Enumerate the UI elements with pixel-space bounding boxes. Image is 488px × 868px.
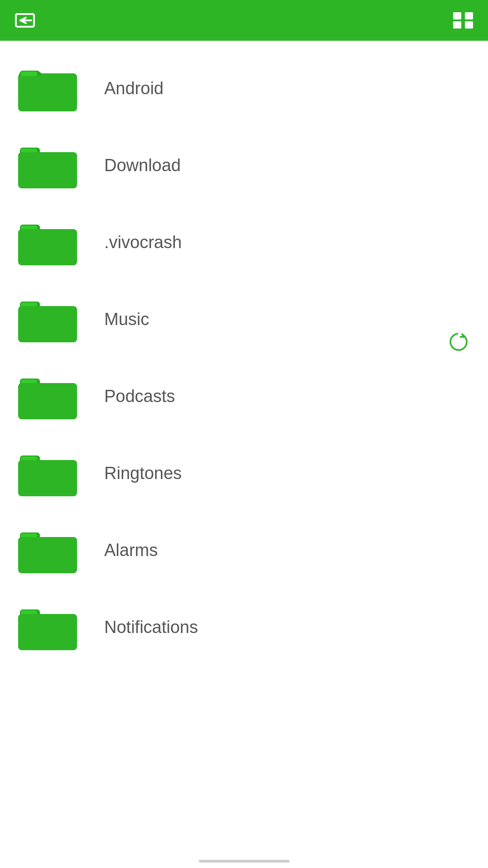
svg-rect-2: [453, 12, 461, 19]
folder-name-podcasts: Podcasts: [104, 387, 175, 406]
svg-rect-4: [453, 21, 461, 29]
folder-icon-download: [18, 140, 77, 190]
folder-icon-ringtones: [18, 448, 77, 498]
svg-rect-18: [18, 229, 77, 265]
svg-rect-12: [21, 72, 37, 76]
svg-rect-35: [18, 614, 77, 650]
folder-name-music: Music: [104, 310, 149, 329]
bottom-bar: [0, 854, 488, 868]
folder-icon-alarms: [18, 525, 77, 575]
svg-rect-3: [465, 12, 473, 19]
svg-rect-32: [18, 537, 77, 573]
folder-name-android: Android: [104, 79, 164, 98]
bottom-nav-indicator: [199, 860, 290, 863]
folder-name-vivocrash: .vivocrash: [104, 233, 182, 252]
folder-icon-android: [18, 63, 77, 113]
folder-item-ringtones[interactable]: Ringtones: [0, 435, 488, 512]
folder-item-alarms[interactable]: Alarms: [0, 512, 488, 589]
back-button[interactable]: [14, 9, 36, 32]
folder-item-podcasts[interactable]: Podcasts: [0, 358, 488, 435]
svg-rect-26: [18, 383, 77, 419]
folder-name-notifications: Notifications: [104, 618, 198, 637]
folder-icon-music: [18, 294, 77, 344]
grid-view-button[interactable]: [452, 9, 474, 32]
folder-list: Android Download .vivocrash: [0, 41, 488, 675]
svg-rect-21: [18, 306, 77, 342]
svg-rect-15: [18, 152, 77, 188]
folder-item-vivocrash[interactable]: .vivocrash: [0, 204, 488, 281]
folder-item-download[interactable]: Download: [0, 127, 488, 204]
folder-name-alarms: Alarms: [104, 541, 158, 560]
svg-rect-29: [18, 460, 77, 496]
folder-name-ringtones: Ringtones: [104, 464, 182, 483]
svg-rect-5: [465, 21, 473, 29]
folder-icon-vivocrash: [18, 217, 77, 267]
folder-icon-podcasts: [18, 371, 77, 421]
folder-item-notifications[interactable]: Notifications: [0, 589, 488, 666]
folder-item-android[interactable]: Android: [0, 50, 488, 127]
folder-icon-notifications: [18, 602, 77, 652]
folder-name-download: Download: [104, 156, 181, 175]
folder-item-music[interactable]: Music: [0, 281, 488, 358]
svg-rect-11: [18, 75, 77, 111]
refresh-icon[interactable]: [447, 331, 470, 353]
app-header: [0, 0, 488, 41]
